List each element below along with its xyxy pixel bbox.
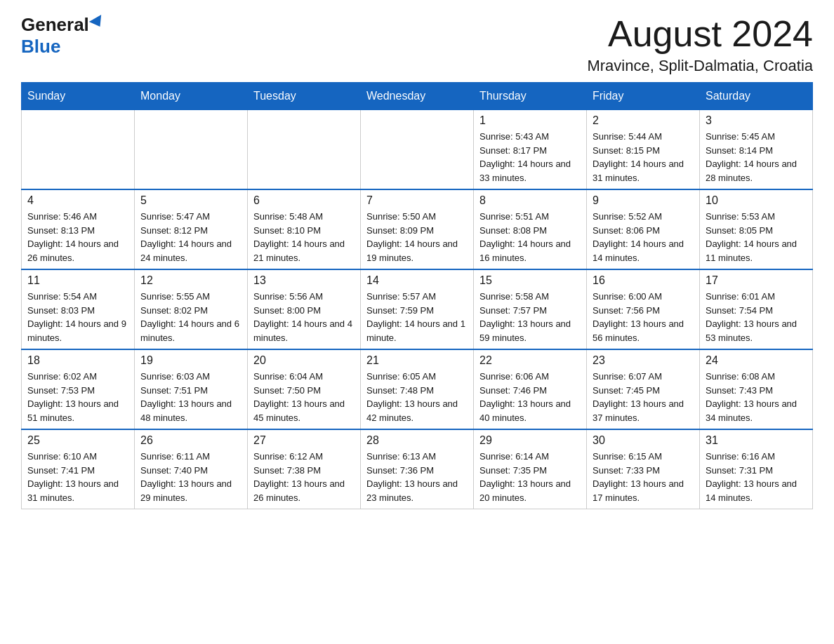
calendar-week-row: 4Sunrise: 5:46 AMSunset: 8:13 PMDaylight… (22, 189, 813, 269)
day-number: 23 (593, 354, 694, 367)
calendar-cell: 31Sunrise: 6:16 AMSunset: 7:31 PMDayligh… (700, 429, 813, 509)
weekday-header-thursday: Thursday (474, 83, 587, 110)
day-info: Sunrise: 6:04 AMSunset: 7:50 PMDaylight:… (253, 370, 355, 424)
calendar-cell: 6Sunrise: 5:48 AMSunset: 8:10 PMDaylight… (248, 189, 361, 269)
title-block: August 2024 Mravince, Split-Dalmatia, Cr… (587, 14, 813, 75)
calendar-cell (361, 110, 474, 190)
day-number: 3 (706, 114, 807, 127)
day-number: 18 (27, 354, 128, 367)
day-number: 4 (27, 194, 128, 207)
weekday-header-friday: Friday (587, 83, 700, 110)
day-info: Sunrise: 5:57 AMSunset: 7:59 PMDaylight:… (366, 290, 468, 344)
day-number: 24 (706, 354, 807, 367)
calendar-cell: 11Sunrise: 5:54 AMSunset: 8:03 PMDayligh… (22, 269, 135, 349)
weekday-header-sunday: Sunday (22, 83, 135, 110)
day-info: Sunrise: 6:13 AMSunset: 7:36 PMDaylight:… (366, 450, 468, 504)
day-info: Sunrise: 5:46 AMSunset: 8:13 PMDaylight:… (27, 210, 128, 264)
day-info: Sunrise: 5:50 AMSunset: 8:09 PMDaylight:… (366, 210, 468, 264)
calendar-cell: 18Sunrise: 6:02 AMSunset: 7:53 PMDayligh… (22, 349, 135, 429)
day-info: Sunrise: 5:44 AMSunset: 8:15 PMDaylight:… (593, 130, 694, 185)
day-number: 14 (366, 274, 468, 287)
day-number: 6 (253, 194, 355, 207)
day-number: 19 (140, 354, 241, 367)
calendar-cell: 13Sunrise: 5:56 AMSunset: 8:00 PMDayligh… (248, 269, 361, 349)
logo: General Blue (21, 14, 105, 58)
calendar-cell: 10Sunrise: 5:53 AMSunset: 8:05 PMDayligh… (700, 189, 813, 269)
calendar-cell: 19Sunrise: 6:03 AMSunset: 7:51 PMDayligh… (135, 349, 248, 429)
day-info: Sunrise: 5:55 AMSunset: 8:02 PMDaylight:… (140, 290, 241, 344)
calendar-cell: 17Sunrise: 6:01 AMSunset: 7:54 PMDayligh… (700, 269, 813, 349)
calendar-cell: 4Sunrise: 5:46 AMSunset: 8:13 PMDaylight… (22, 189, 135, 269)
calendar-cell: 8Sunrise: 5:51 AMSunset: 8:08 PMDaylight… (474, 189, 587, 269)
day-info: Sunrise: 6:15 AMSunset: 7:33 PMDaylight:… (593, 450, 694, 504)
day-number: 1 (479, 114, 581, 127)
day-info: Sunrise: 5:43 AMSunset: 8:17 PMDaylight:… (479, 130, 581, 185)
day-number: 7 (366, 194, 468, 207)
calendar-cell: 3Sunrise: 5:45 AMSunset: 8:14 PMDaylight… (700, 110, 813, 190)
day-number: 21 (366, 354, 468, 367)
calendar-cell (135, 110, 248, 190)
calendar-cell: 9Sunrise: 5:52 AMSunset: 8:06 PMDaylight… (587, 189, 700, 269)
day-number: 16 (593, 274, 694, 287)
calendar-cell: 26Sunrise: 6:11 AMSunset: 7:40 PMDayligh… (135, 429, 248, 509)
weekday-header-wednesday: Wednesday (361, 83, 474, 110)
calendar-week-row: 25Sunrise: 6:10 AMSunset: 7:41 PMDayligh… (22, 429, 813, 509)
day-number: 15 (479, 274, 581, 287)
calendar-cell: 22Sunrise: 6:06 AMSunset: 7:46 PMDayligh… (474, 349, 587, 429)
day-info: Sunrise: 5:54 AMSunset: 8:03 PMDaylight:… (27, 290, 128, 344)
day-info: Sunrise: 5:58 AMSunset: 7:57 PMDaylight:… (479, 290, 581, 344)
day-info: Sunrise: 5:51 AMSunset: 8:08 PMDaylight:… (479, 210, 581, 264)
day-number: 9 (593, 194, 694, 207)
page-header: General Blue August 2024 Mravince, Split… (21, 14, 813, 75)
day-number: 12 (140, 274, 241, 287)
day-info: Sunrise: 5:45 AMSunset: 8:14 PMDaylight:… (706, 130, 807, 185)
day-info: Sunrise: 6:01 AMSunset: 7:54 PMDaylight:… (706, 290, 807, 344)
day-number: 11 (27, 274, 128, 287)
calendar-cell: 30Sunrise: 6:15 AMSunset: 7:33 PMDayligh… (587, 429, 700, 509)
day-number: 31 (706, 434, 807, 447)
calendar-cell: 29Sunrise: 6:14 AMSunset: 7:35 PMDayligh… (474, 429, 587, 509)
calendar-cell: 1Sunrise: 5:43 AMSunset: 8:17 PMDaylight… (474, 110, 587, 190)
day-number: 27 (253, 434, 355, 447)
day-info: Sunrise: 6:06 AMSunset: 7:46 PMDaylight:… (479, 370, 581, 424)
calendar-week-row: 1Sunrise: 5:43 AMSunset: 8:17 PMDaylight… (22, 110, 813, 190)
logo-triangle-icon (89, 14, 106, 29)
calendar-week-row: 18Sunrise: 6:02 AMSunset: 7:53 PMDayligh… (22, 349, 813, 429)
day-info: Sunrise: 6:11 AMSunset: 7:40 PMDaylight:… (140, 450, 241, 504)
calendar-cell: 28Sunrise: 6:13 AMSunset: 7:36 PMDayligh… (361, 429, 474, 509)
day-number: 5 (140, 194, 241, 207)
day-info: Sunrise: 6:14 AMSunset: 7:35 PMDaylight:… (479, 450, 581, 504)
day-info: Sunrise: 6:05 AMSunset: 7:48 PMDaylight:… (366, 370, 468, 424)
day-info: Sunrise: 6:07 AMSunset: 7:45 PMDaylight:… (593, 370, 694, 424)
day-info: Sunrise: 5:48 AMSunset: 8:10 PMDaylight:… (253, 210, 355, 264)
weekday-header-monday: Monday (135, 83, 248, 110)
day-info: Sunrise: 6:02 AMSunset: 7:53 PMDaylight:… (27, 370, 128, 424)
day-number: 8 (479, 194, 581, 207)
day-info: Sunrise: 6:00 AMSunset: 7:56 PMDaylight:… (593, 290, 694, 344)
calendar-cell: 27Sunrise: 6:12 AMSunset: 7:38 PMDayligh… (248, 429, 361, 509)
day-number: 30 (593, 434, 694, 447)
day-number: 25 (27, 434, 128, 447)
day-info: Sunrise: 6:08 AMSunset: 7:43 PMDaylight:… (706, 370, 807, 424)
day-info: Sunrise: 5:47 AMSunset: 8:12 PMDaylight:… (140, 210, 241, 264)
calendar-cell: 7Sunrise: 5:50 AMSunset: 8:09 PMDaylight… (361, 189, 474, 269)
month-title: August 2024 (587, 14, 813, 54)
calendar-cell: 25Sunrise: 6:10 AMSunset: 7:41 PMDayligh… (22, 429, 135, 509)
day-number: 17 (706, 274, 807, 287)
day-number: 26 (140, 434, 241, 447)
day-number: 28 (366, 434, 468, 447)
calendar-cell: 15Sunrise: 5:58 AMSunset: 7:57 PMDayligh… (474, 269, 587, 349)
day-info: Sunrise: 5:52 AMSunset: 8:06 PMDaylight:… (593, 210, 694, 264)
day-info: Sunrise: 5:53 AMSunset: 8:05 PMDaylight:… (706, 210, 807, 264)
calendar-cell: 23Sunrise: 6:07 AMSunset: 7:45 PMDayligh… (587, 349, 700, 429)
day-number: 13 (253, 274, 355, 287)
day-info: Sunrise: 5:56 AMSunset: 8:00 PMDaylight:… (253, 290, 355, 344)
calendar-cell: 24Sunrise: 6:08 AMSunset: 7:43 PMDayligh… (700, 349, 813, 429)
calendar-cell (248, 110, 361, 190)
day-number: 29 (479, 434, 581, 447)
day-info: Sunrise: 6:12 AMSunset: 7:38 PMDaylight:… (253, 450, 355, 504)
logo-blue-text: Blue (21, 36, 60, 58)
day-info: Sunrise: 6:03 AMSunset: 7:51 PMDaylight:… (140, 370, 241, 424)
weekday-header-saturday: Saturday (700, 83, 813, 110)
calendar-cell: 20Sunrise: 6:04 AMSunset: 7:50 PMDayligh… (248, 349, 361, 429)
